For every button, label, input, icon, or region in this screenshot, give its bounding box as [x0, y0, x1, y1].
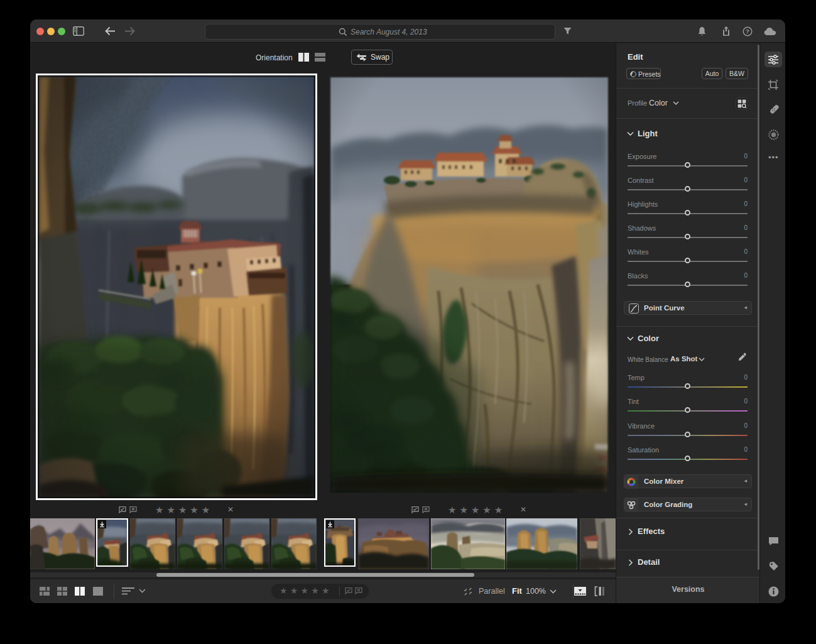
- svg-text:?: ?: [746, 28, 749, 35]
